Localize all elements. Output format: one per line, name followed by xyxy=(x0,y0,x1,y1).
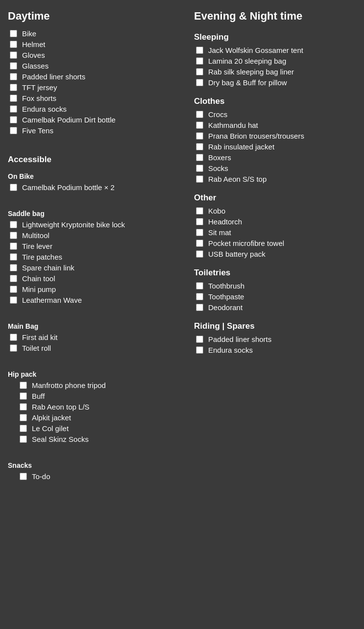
checkbox[interactable] xyxy=(196,250,203,258)
item-label[interactable]: Rab insulated jacket xyxy=(208,143,274,151)
checkbox[interactable] xyxy=(10,84,17,91)
item-label[interactable]: Boxers xyxy=(208,153,231,162)
checkbox[interactable] xyxy=(10,286,17,293)
checkbox[interactable] xyxy=(196,132,203,140)
checkbox[interactable] xyxy=(10,344,17,352)
item-label[interactable]: Jack Wolfskin Gossamer tent xyxy=(208,46,303,54)
item-label[interactable]: Manfrotto phone tripod xyxy=(32,381,106,389)
checkbox[interactable] xyxy=(10,334,17,341)
item-label[interactable]: Chain tool xyxy=(22,274,55,283)
item-label[interactable]: Endura socks xyxy=(208,346,253,354)
item-label[interactable]: Rab Aeon top L/S xyxy=(32,403,90,411)
item-label[interactable]: Le Col gilet xyxy=(32,424,69,433)
item-label[interactable]: Helmet xyxy=(22,40,46,48)
item-label[interactable]: Padded liner shorts xyxy=(208,335,271,343)
checkbox[interactable] xyxy=(10,296,17,304)
checkbox[interactable] xyxy=(196,207,203,215)
checkbox[interactable] xyxy=(196,240,203,247)
checkbox[interactable] xyxy=(10,73,17,80)
checkbox[interactable] xyxy=(10,116,17,123)
item-label[interactable]: Headtorch xyxy=(208,218,242,226)
item-label[interactable]: Tire patches xyxy=(22,253,62,261)
checkbox[interactable] xyxy=(10,275,17,282)
item-label[interactable]: Five Tens xyxy=(22,126,53,135)
checkbox[interactable] xyxy=(20,382,27,389)
checkbox[interactable] xyxy=(196,346,203,354)
item-label[interactable]: Buff xyxy=(32,392,45,400)
item-label[interactable]: Socks xyxy=(208,164,228,172)
item-label[interactable]: Padded liner shorts xyxy=(22,73,85,81)
checkbox[interactable] xyxy=(196,57,203,65)
checkbox[interactable] xyxy=(196,293,203,300)
checkbox[interactable] xyxy=(10,95,17,102)
item-label[interactable]: Camelbak Podium bottle × 2 xyxy=(22,183,115,192)
item-label[interactable]: Kobo xyxy=(208,207,225,215)
checkbox[interactable] xyxy=(196,68,203,75)
item-label[interactable]: Prana Brion trousers/trousers xyxy=(208,132,304,140)
item-label[interactable]: Dry bag & Buff for pillow xyxy=(208,78,287,87)
checkbox[interactable] xyxy=(10,232,17,239)
checkbox[interactable] xyxy=(10,51,17,59)
item-label[interactable]: First aid kit xyxy=(22,333,58,341)
item-label[interactable]: Camelbak Podium Dirt bottle xyxy=(22,116,116,124)
item-label[interactable]: Deodorant xyxy=(208,303,243,312)
item-label[interactable]: Mini pump xyxy=(22,285,56,293)
item-label[interactable]: To-do xyxy=(32,472,50,481)
checkbox[interactable] xyxy=(10,30,17,37)
checkbox[interactable] xyxy=(20,425,27,432)
list-item: Rab Aeon top L/S xyxy=(8,403,184,411)
checkbox[interactable] xyxy=(10,62,17,70)
checkbox[interactable] xyxy=(196,111,203,118)
checkbox[interactable] xyxy=(20,414,27,421)
item-label[interactable]: Gloves xyxy=(22,51,45,59)
checkbox[interactable] xyxy=(20,392,27,400)
checkbox[interactable] xyxy=(10,127,17,134)
checkbox[interactable] xyxy=(196,79,203,86)
item-label[interactable]: Leatherman Wave xyxy=(22,296,82,304)
item-label[interactable]: Tire lever xyxy=(22,242,52,250)
item-label[interactable]: TFT jersey xyxy=(22,83,57,92)
item-label[interactable]: Toilet roll xyxy=(22,344,51,352)
checkbox[interactable] xyxy=(10,264,17,271)
item-label[interactable]: Sit mat xyxy=(208,228,231,237)
item-label[interactable]: Rab silk sleeping bag liner xyxy=(208,68,294,76)
checkbox[interactable] xyxy=(10,221,17,228)
checkbox[interactable] xyxy=(196,121,203,129)
item-label[interactable]: Toothbrush xyxy=(208,282,244,290)
checkbox[interactable] xyxy=(10,105,17,113)
item-label[interactable]: Endura socks xyxy=(22,105,67,113)
item-label[interactable]: Glasses xyxy=(22,62,49,70)
checkbox[interactable] xyxy=(196,154,203,161)
checkbox[interactable] xyxy=(196,175,203,183)
checkbox[interactable] xyxy=(10,242,17,250)
checkbox[interactable] xyxy=(20,403,27,411)
checkbox[interactable] xyxy=(10,41,17,48)
item-label[interactable]: Pocket microfibre towel xyxy=(208,239,284,247)
checkbox[interactable] xyxy=(196,47,203,54)
item-label[interactable]: Kathmandu hat xyxy=(208,121,258,129)
item-label[interactable]: USB battery pack xyxy=(208,250,266,258)
item-label[interactable]: Spare chain link xyxy=(22,264,74,272)
checkbox[interactable] xyxy=(10,253,17,261)
item-label[interactable]: Lamina 20 sleeping bag xyxy=(208,57,286,65)
item-label[interactable]: Lightweight Kryptonite bike lock xyxy=(22,220,125,229)
checkbox[interactable] xyxy=(196,336,203,343)
item-label[interactable]: Rab Aeon S/S top xyxy=(208,175,267,183)
checkbox[interactable] xyxy=(196,218,203,225)
item-label[interactable]: Seal Skinz Socks xyxy=(32,435,89,443)
checkbox[interactable] xyxy=(20,435,27,443)
checkbox[interactable] xyxy=(196,165,203,172)
checkbox[interactable] xyxy=(196,304,203,311)
list-item: Lamina 20 sleeping bag xyxy=(194,57,356,65)
item-label[interactable]: Toothpaste xyxy=(208,292,244,301)
item-label[interactable]: Alpkit jacket xyxy=(32,413,71,422)
checkbox[interactable] xyxy=(10,184,17,191)
item-label[interactable]: Multitool xyxy=(22,231,49,240)
checkbox[interactable] xyxy=(196,282,203,290)
checkbox[interactable] xyxy=(196,143,203,150)
checkbox[interactable] xyxy=(196,229,203,236)
checkbox[interactable] xyxy=(20,473,27,480)
item-label[interactable]: Crocs xyxy=(208,110,227,119)
item-label[interactable]: Fox shorts xyxy=(22,94,56,102)
item-label[interactable]: Bike xyxy=(22,29,36,38)
